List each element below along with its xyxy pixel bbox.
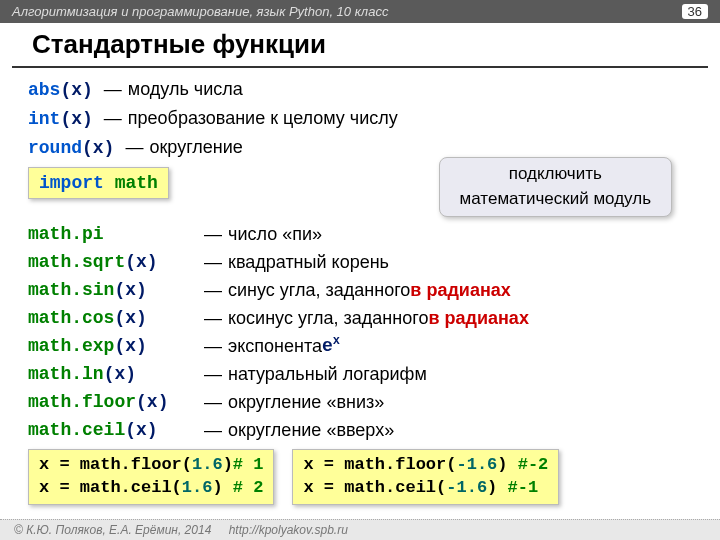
copyright: © К.Ю. Поляков, Е.А. Ерёмин, 2014 [14, 523, 211, 537]
page-number: 36 [682, 4, 708, 19]
page-title: Стандартные функции [12, 23, 708, 68]
example-left: x = math.floor(1.6)# 1 x = math.ceil(1.6… [28, 449, 274, 505]
header-bar: Алгоритмизация и программирование, язык … [0, 0, 720, 23]
fn-ceil: math.ceil(x) —округление «вверх» [28, 417, 692, 443]
examples: x = math.floor(1.6)# 1 x = math.ceil(1.6… [28, 449, 692, 505]
math-list: math.pi —число «пи» math.sqrt(x) —квадра… [28, 221, 692, 444]
fn-cos: math.cos(x) —косинус угла, заданного в р… [28, 305, 692, 331]
fn-ln: math.ln(x) —натуральный логарифм [28, 361, 692, 387]
fn-sin: math.sin(x) —синус угла, заданного в рад… [28, 277, 692, 303]
import-box: import math [28, 167, 169, 199]
fn-floor: math.floor(x) —округление «вниз» [28, 389, 692, 415]
fn-sqrt: math.sqrt(x) —квадратный корень [28, 249, 692, 275]
content: abs(x) —модуль числа int(x) —преобразова… [0, 76, 720, 505]
callout-module: подключить математический модуль [439, 157, 672, 216]
footer: © К.Ю. Поляков, Е.А. Ерёмин, 2014 http:/… [0, 519, 720, 540]
fn-int: int(x) —преобразование к целому числу [28, 105, 692, 132]
example-right: x = math.floor(-1.6) #-2 x = math.ceil(-… [292, 449, 559, 505]
fn-pi: math.pi —число «пи» [28, 221, 692, 247]
fn-exp: math.exp(x) —экспонента ex [28, 333, 692, 359]
course-title: Алгоритмизация и программирование, язык … [12, 4, 388, 19]
footer-url[interactable]: http://kpolyakov.spb.ru [229, 523, 348, 537]
fn-abs: abs(x) —модуль числа [28, 76, 692, 103]
